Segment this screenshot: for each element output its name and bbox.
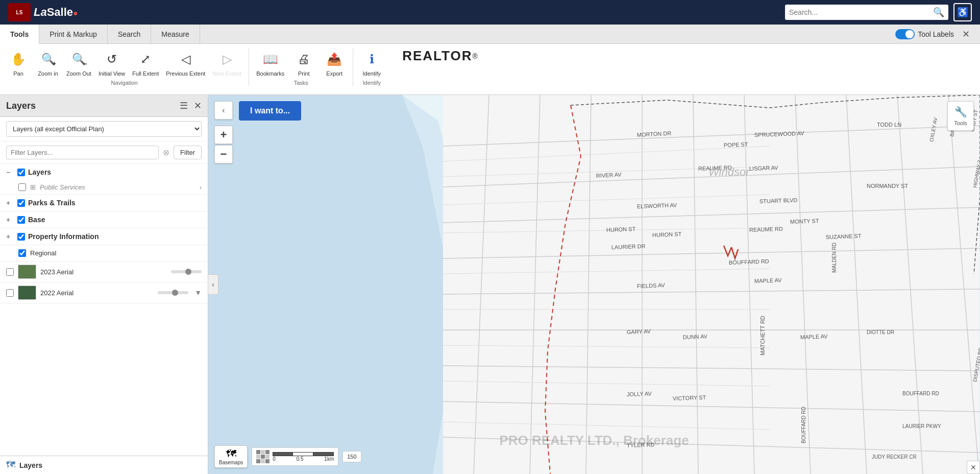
identify-group-label: Identify [357,80,386,86]
tools-icon[interactable]: 🔧 [954,106,967,118]
zoom-out-icon: 🔍 − [69,50,88,68]
svg-text:JUDY RECKER CR: JUDY RECKER CR [872,454,917,460]
export-label: Export [326,70,342,77]
expand-base-button[interactable]: + [6,216,14,224]
svg-text:LISGAR AV: LISGAR AV [749,164,779,172]
tool-initial-view[interactable]: ↺ Initial View [95,48,128,79]
tool-labels-toggle: Tool Labels [895,29,954,39]
svg-text:VICTORY ST: VICTORY ST [673,394,706,401]
public-services-expand-arrow[interactable]: › [200,184,202,191]
base-checkbox[interactable] [17,216,25,224]
full-extent-icon: ⤢ [136,50,155,68]
tool-prev-extent[interactable]: ◁ Previous Extent [163,48,208,79]
collapse-layers-button[interactable]: − [6,168,14,176]
svg-text:MONTY ST: MONTY ST [790,218,819,225]
map-zoom-in-button[interactable]: + [214,126,233,144]
layer-group-header-property[interactable]: + Property Information [0,228,208,245]
layer-group-header-parks[interactable]: + Parks & Trails [0,195,208,211]
panel-collapse-handle[interactable]: ‹ [208,274,218,295]
map-tools-right-panel: 🔧 Tools [947,101,974,131]
public-services-checkbox[interactable] [18,183,26,191]
aerial-2023-slider[interactable] [171,270,202,273]
filter-clear-button[interactable]: ⊗ [163,148,169,157]
regional-name: Regional [30,249,202,257]
search-input[interactable] [789,8,929,16]
aerial-2022-checkbox[interactable] [6,289,14,297]
tool-next-extent[interactable]: ▷ Next Extent [209,48,244,79]
tool-full-extent[interactable]: ⤢ Full Extent [129,48,162,79]
expand-parks-button[interactable]: + [6,199,14,207]
svg-text:TYLER RD: TYLER RD [627,441,655,448]
scroll-down-icon[interactable]: ▼ [194,289,202,297]
bottom-tab[interactable]: 🗺 Layers [0,456,208,474]
svg-text:BOUFFARD RD: BOUFFARD RD [902,391,939,396]
tool-print[interactable]: 🖨 Print [289,48,318,79]
logo-area: LS LaSalle● [8,3,78,21]
tab-search[interactable]: Search [108,25,151,44]
tool-labels-switch[interactable] [895,29,915,39]
prev-extent-icon: ◁ [177,50,195,68]
bottom-right-collapse-button[interactable]: ✕ [967,461,980,474]
tab-print-markup[interactable]: Print & Markup [39,25,108,44]
bottom-tab-label: Layers [19,461,42,469]
tool-labels-text: Tool Labels [918,30,954,38]
tool-zoom-out[interactable]: 🔍 − Zoom Out [63,48,94,79]
scale-bar: 00.51km [252,447,338,466]
zoom-in-icon: 🔍 + [39,50,57,68]
layer-item-regional[interactable]: Regional [0,245,208,262]
layer-tree: − Layers ⊞ Public Services › + Parks & T [0,164,208,456]
tool-zoom-in[interactable]: 🔍 + Zoom in [34,48,62,79]
search-bar[interactable]: 🔍 [785,5,948,20]
map-controls-left: ‹ [214,101,233,120]
expand-public-services-icon[interactable]: ⊞ [30,183,36,191]
svg-rect-0 [443,95,979,474]
aerial-2022-slider[interactable] [158,291,188,294]
property-checkbox[interactable] [17,233,25,241]
panel-close-button[interactable]: ✕ [194,100,202,111]
print-label: Print [298,70,310,77]
svg-text:POPE ST: POPE ST [724,141,748,148]
close-toolbar-button[interactable]: ✕ [958,29,974,40]
search-icon[interactable]: 🔍 [933,7,944,18]
layers-checkbox[interactable] [17,169,25,176]
svg-text:JOLLY AV: JOLLY AV [627,390,652,397]
layer-group-base: + Base [0,211,208,228]
tab-measure[interactable]: Measure [151,25,200,44]
basemaps-button[interactable]: 🗺 Basemaps [214,445,248,468]
tool-identify[interactable]: ℹ Identify [357,48,386,79]
tool-export[interactable]: 📤 Export [320,48,349,79]
svg-text:HURON ST: HURON ST [606,226,636,233]
tab-tools[interactable]: Tools [0,25,39,44]
filter-button[interactable]: Filter [174,146,202,159]
tool-labels-area: Tool Labels ✕ [895,29,980,40]
svg-text:MALDEN RD: MALDEN RD [831,243,837,273]
svg-text:FIELDS AV: FIELDS AV [637,282,666,289]
layer-dropdown[interactable]: Layers (all except Official Plan) All La… [6,121,202,137]
layer-group-header-main[interactable]: − Layers [0,164,208,180]
accessibility-button[interactable]: ♿ [953,3,972,21]
parks-trails-name: Parks & Trails [28,199,202,207]
layer-group-header-base[interactable]: + Base [0,211,208,228]
parks-trails-checkbox[interactable] [17,199,25,207]
i-want-to-button[interactable]: I want to... [239,101,301,121]
aerial-2023-checkbox[interactable] [6,268,14,276]
map-zoom-out-button[interactable]: − [214,145,233,163]
tool-pan[interactable]: ✋ Pan [4,48,33,79]
panel-header: Layers ☰ ✕ [0,95,208,117]
panel-header-actions: ☰ ✕ [180,100,202,111]
map-tool-panel: 🔧 Tools [947,101,974,131]
next-extent-label: Next Extent [212,70,241,77]
expand-property-button[interactable]: + [6,232,14,241]
panel-menu-button[interactable]: ☰ [180,100,188,111]
map-svg: MORTON DR RIVER AV REAUME RD ELSWORTH AV… [208,95,980,474]
identify-label: Identify [362,70,380,77]
panel-title: Layers [6,101,36,111]
nav-bar: Tools Print & Markup Search Measure Tool… [0,25,980,44]
tool-bookmarks[interactable]: 📖 Bookmarks [253,48,287,79]
layer-item-public-services[interactable]: ⊞ Public Services › [0,180,208,194]
toolbar-group-identify: ℹ Identify Identify [353,48,390,86]
filter-input[interactable] [6,146,159,159]
collapse-panel-button[interactable]: ‹ [214,101,233,120]
regional-checkbox[interactable] [18,249,26,257]
logo-icon: LS [8,3,31,21]
